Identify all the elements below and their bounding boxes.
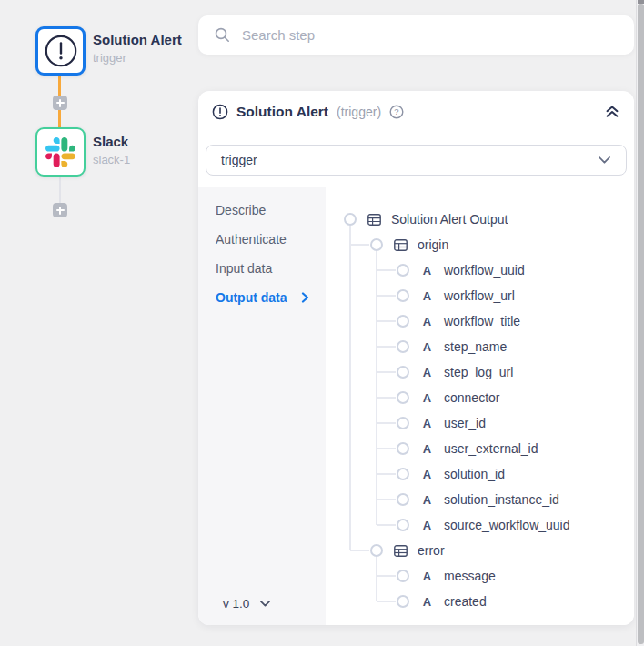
string-type-icon: A <box>420 366 434 379</box>
panel-title: Solution Alert <box>236 104 328 120</box>
collapse-panel-button[interactable] <box>604 104 620 118</box>
tab-label: Authenticate <box>216 232 287 247</box>
chevron-down-icon <box>259 600 271 608</box>
table-icon <box>394 239 408 251</box>
tree-row[interactable]: A user_external_id <box>326 436 634 461</box>
field-label: source_workflow_uuid <box>444 518 570 532</box>
scrollbar-thumb[interactable] <box>638 4 644 644</box>
chevron-right-icon <box>301 292 309 303</box>
output-data-tree: Solution Alert Output origin A workflow_… <box>326 187 634 625</box>
field-radio[interactable] <box>397 417 409 429</box>
alert-circle-icon <box>212 104 228 120</box>
node-label: Solution Alert Output <box>391 212 508 227</box>
field-label: workflow_uuid <box>444 263 525 278</box>
tree-row[interactable]: A message <box>326 563 634 589</box>
step-subtitle: trigger <box>93 51 126 65</box>
tab-label: Input data <box>216 261 272 276</box>
tree-row[interactable]: A user_id <box>326 410 634 436</box>
tab-describe[interactable]: Describe <box>198 196 326 225</box>
field-radio[interactable] <box>397 264 409 277</box>
search-input[interactable] <box>242 27 588 43</box>
help-icon[interactable]: ? <box>389 105 404 119</box>
string-type-icon: A <box>420 493 434 507</box>
search-bar <box>198 15 634 55</box>
field-radio[interactable] <box>397 519 409 531</box>
panel-title-tag: (trigger) <box>337 105 381 119</box>
field-radio[interactable] <box>397 570 409 582</box>
string-type-icon: A <box>420 340 434 354</box>
string-type-icon: A <box>420 417 434 430</box>
string-type-icon: A <box>420 468 434 481</box>
field-radio[interactable] <box>397 315 409 328</box>
field-radio[interactable] <box>397 442 409 455</box>
version-label: v 1.0 <box>223 597 249 611</box>
add-step-button[interactable] <box>53 96 67 110</box>
step-config-panel: Solution Alert (trigger) ? trigger Descr… <box>198 91 634 625</box>
field-radio[interactable] <box>397 366 409 379</box>
version-select[interactable]: v 1.0 <box>223 594 271 612</box>
field-radio[interactable] <box>397 493 409 506</box>
tree-row[interactable]: A solution_instance_id <box>326 487 634 512</box>
node-label: error <box>418 543 445 558</box>
panel-sidebar: Describe Authenticate Input data Output … <box>198 187 326 625</box>
string-type-icon: A <box>420 442 434 456</box>
field-label: solution_instance_id <box>444 492 559 507</box>
step-node-solution-alert[interactable] <box>35 26 86 76</box>
field-radio[interactable] <box>397 340 409 353</box>
tree-row[interactable]: A step_name <box>326 334 634 359</box>
tree-row[interactable]: A created <box>326 589 634 614</box>
node-radio[interactable] <box>370 544 383 557</box>
field-label: user_external_id <box>444 441 538 456</box>
field-radio[interactable] <box>397 468 409 480</box>
tree-row[interactable]: A workflow_url <box>326 283 634 308</box>
tab-label: Output data <box>216 290 287 305</box>
string-type-icon: A <box>420 595 434 609</box>
table-icon <box>394 545 408 557</box>
alert-circle-icon <box>44 34 78 68</box>
tab-authenticate[interactable]: Authenticate <box>198 225 326 254</box>
step-title: Solution Alert <box>93 32 182 47</box>
string-type-icon: A <box>420 391 434 405</box>
field-label: user_id <box>444 416 486 430</box>
field-label: created <box>444 594 487 609</box>
search-icon <box>215 27 230 43</box>
string-type-icon: A <box>420 264 434 278</box>
chevron-down-icon <box>598 156 611 165</box>
field-label: message <box>444 569 496 583</box>
node-radio[interactable] <box>344 213 357 226</box>
tab-input-data[interactable]: Input data <box>198 254 326 283</box>
tree-row[interactable]: A workflow_title <box>326 308 634 334</box>
tree-row[interactable]: A solution_id <box>326 461 634 487</box>
slack-logo-icon <box>45 137 75 167</box>
string-type-icon: A <box>420 519 434 532</box>
tree-row[interactable]: error <box>326 538 634 563</box>
field-label: solution_id <box>444 467 505 481</box>
tree-row[interactable]: A source_workflow_uuid <box>326 512 634 538</box>
svg-text:?: ? <box>394 106 398 116</box>
field-radio[interactable] <box>397 595 409 608</box>
tree-row[interactable]: origin <box>326 232 634 257</box>
operation-select[interactable]: trigger <box>206 145 627 176</box>
tab-output-data[interactable]: Output data <box>198 283 326 312</box>
node-radio[interactable] <box>370 238 383 251</box>
field-label: workflow_url <box>444 288 515 303</box>
add-step-button[interactable] <box>53 203 67 217</box>
tree-row[interactable]: Solution Alert Output <box>326 207 634 232</box>
tree-row[interactable]: A connector <box>326 385 634 410</box>
string-type-icon: A <box>420 315 434 328</box>
panel-header: Solution Alert (trigger) ? <box>198 91 634 133</box>
tab-label: Describe <box>216 203 266 217</box>
tree-row[interactable]: A step_log_url <box>326 359 634 385</box>
node-label: origin <box>418 237 448 252</box>
field-label: step_log_url <box>444 365 513 379</box>
field-label: workflow_title <box>444 314 520 328</box>
field-radio[interactable] <box>397 391 409 404</box>
step-subtitle: slack-1 <box>93 153 130 167</box>
operation-select-value: trigger <box>221 153 598 167</box>
tree-row[interactable]: A workflow_uuid <box>326 257 634 283</box>
step-node-slack[interactable] <box>35 127 86 177</box>
string-type-icon: A <box>420 570 434 583</box>
field-radio[interactable] <box>397 289 409 302</box>
string-type-icon: A <box>420 289 434 303</box>
field-label: connector <box>444 390 499 405</box>
